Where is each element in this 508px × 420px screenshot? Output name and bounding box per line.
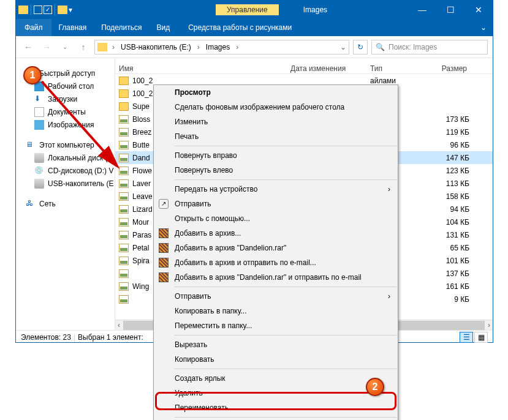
annotation-arrow [37,77,129,173]
expand-ribbon-icon[interactable]: ⌄ [474,23,493,32]
separator [175,179,396,180]
forward-button[interactable]: → [39,40,54,54]
ctx-copy[interactable]: Копировать [154,352,398,367]
maximize-button[interactable]: ☐ [436,1,464,19]
breadcrumb[interactable]: USB-накопитель (E:) [119,43,192,51]
file-size: 96 КБ [425,141,474,149]
image-icon [119,282,129,291]
address-dropdown-icon[interactable]: ⌄ [340,43,346,51]
file-tab[interactable]: Файл [16,19,51,36]
item-count: Элементов: 23 [21,333,71,342]
breadcrumb[interactable]: Images [205,43,231,51]
view-tab[interactable]: Вид [149,19,177,36]
size-header[interactable]: Размер [422,64,471,73]
winrar-icon [159,272,169,282]
ctx-delete[interactable]: Удалить [154,386,398,400]
separator [55,4,55,15]
ctx-openwith[interactable]: Открыть с помощью... [154,211,398,226]
icons-view-button[interactable]: ▦ [474,332,488,343]
ctx-copyto[interactable]: Копировать в папку... [154,304,398,318]
scroll-right-icon[interactable]: › [485,321,493,329]
qat-dropdown-icon[interactable]: ▾ [69,6,72,14]
ctx-rename[interactable]: Переименовать [154,400,398,415]
winrar-icon [159,258,169,268]
search-icon: 🔍 [376,43,385,51]
file-size: 147 КБ [425,154,474,162]
minimize-button[interactable]: — [408,1,436,19]
ctx-rotate-left[interactable]: Повернуть влево [154,163,398,178]
contextual-tab-label: Управление [216,4,279,15]
column-headers: Имя Дата изменения Тип Размер [115,58,493,74]
refresh-button[interactable]: ↻ [353,40,368,54]
scroll-left-icon[interactable]: ‹ [115,321,123,329]
up-button[interactable]: ↑ [76,40,91,54]
network[interactable]: 🖧Сеть [16,197,115,210]
file-type: айлами [370,77,425,85]
file-size: 113 КБ [425,179,474,188]
ribbon-tabs: Файл Главная Поделиться Вид Средства раб… [16,19,493,36]
image-icon [119,205,129,214]
share-tab[interactable]: Поделиться [94,19,149,36]
separator [175,369,396,369]
ctx-rar-email[interactable]: Добавить в архив и отправить по e-mail..… [154,255,398,270]
search-placeholder: Поиск: Images [389,43,437,51]
ctx-cut[interactable]: Вырезать [154,337,398,352]
chevron-right-icon: › [388,185,390,193]
ctx-cast[interactable]: Передать на устройство› [154,182,398,197]
image-icon [119,218,129,227]
file-size: 137 КБ [425,269,474,278]
picture-tools-tab[interactable]: Средства работы с рисунками [181,19,299,36]
home-tab[interactable]: Главная [51,19,94,36]
chevron-right-icon[interactable]: › [111,43,116,51]
separator [175,287,396,287]
image-icon [119,179,129,188]
qat-box-icon[interactable] [34,6,42,14]
date-header[interactable]: Дата изменения [287,64,366,73]
window-title: Images [303,6,327,14]
ctx-wallpaper[interactable]: Сделать фоновым изображением рабочего ст… [154,100,398,114]
ctx-edit[interactable]: Изменить [154,114,398,129]
search-box[interactable]: 🔍 Поиск: Images [371,40,488,54]
details-view-button[interactable]: ☰ [460,332,473,343]
qat-check-icon[interactable] [44,6,52,14]
usb-drive-item[interactable]: USB-накопитель (E [16,177,115,190]
ctx-preview[interactable]: Просмотр [154,85,398,100]
separator [175,417,396,418]
file-size: 104 КБ [425,218,474,227]
file-size: 161 КБ [425,282,474,291]
chevron-right-icon[interactable]: › [235,43,240,51]
ctx-rar-named-email[interactable]: Добавить в архив "Dandelion.rar" и отпра… [154,270,398,285]
pc-icon: 🖥 [26,140,36,150]
chevron-right-icon[interactable]: › [196,43,201,51]
annotation-marker-1: 1 [23,66,42,84]
type-header[interactable]: Тип [366,64,422,73]
address-bar[interactable]: › USB-накопитель (E:) › Images › ⌄ [94,40,349,54]
svg-line-1 [42,81,116,165]
ctx-rar-named[interactable]: Добавить в архив "Dandelion.rar" [154,241,398,255]
recent-button[interactable]: ⌄ [58,40,72,54]
image-icon [119,257,129,265]
ctx-send[interactable]: ↗Отправить [154,197,398,211]
file-size: 131 КБ [425,231,474,239]
file-size: 119 КБ [425,128,474,137]
context-menu: Просмотр Сделать фоновым изображением ра… [153,84,398,420]
separator [175,335,396,336]
back-button[interactable]: ← [21,40,36,54]
ctx-sendto[interactable]: Отправить› [154,289,398,304]
ctx-print[interactable]: Печать [154,129,398,144]
file-size: 173 КБ [425,115,474,124]
ctx-rar-add[interactable]: Добавить в архив... [154,226,398,241]
folder-icon[interactable] [58,6,67,14]
close-button[interactable]: ✕ [464,1,493,19]
winrar-icon [159,243,169,253]
ctx-shortcut[interactable]: Создать ярлык [154,371,398,386]
ctx-moveto[interactable]: Переместить в папку... [154,318,398,333]
ctx-rotate-right[interactable]: Повернуть вправо [154,148,398,163]
file-size: 123 КБ [425,167,474,175]
name-header[interactable]: Имя [115,64,287,73]
image-icon [119,231,129,239]
file-size: 65 КБ [425,244,474,252]
quick-access-toolbar: ▾ [16,4,75,15]
annotation-marker-2: 2 [366,378,384,396]
winrar-icon [159,228,169,238]
